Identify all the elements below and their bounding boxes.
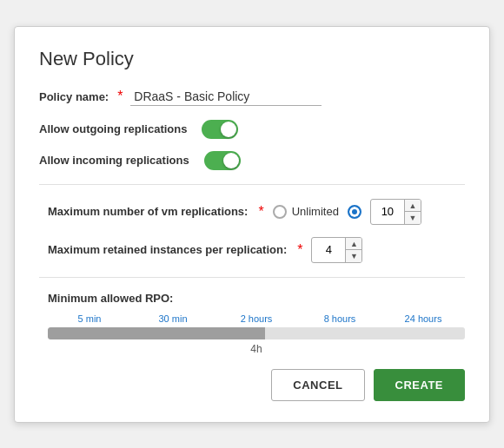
incoming-replications-row: Allow incoming replications [39, 151, 465, 170]
outgoing-replications-label: Allow outgoing replications [39, 122, 187, 135]
unlimited-label: Unlimited [292, 205, 339, 218]
cancel-button[interactable]: CANCEL [271, 369, 364, 401]
max-vm-required: * [258, 204, 263, 220]
toggle-thumb [221, 122, 236, 137]
rpo-tick-5min: 5 min [48, 313, 131, 324]
count-radio-button[interactable] [348, 205, 361, 219]
retained-spinners: ▲ ▼ [345, 238, 361, 262]
rpo-fill [48, 327, 265, 339]
outgoing-replications-row: Allow outgoing replications [39, 120, 465, 139]
rpo-label: Minimum allowed RPO: [48, 292, 465, 305]
count-radio-group [348, 205, 361, 219]
vm-count-up-button[interactable]: ▲ [405, 200, 421, 212]
create-button[interactable]: CREATE [374, 369, 465, 401]
retained-count-input[interactable] [312, 241, 345, 258]
vm-count-spinners: ▲ ▼ [404, 200, 421, 224]
policy-name-row: Policy name: * [39, 88, 465, 106]
rpo-ticks: 5 min 30 min 2 hours 8 hours 24 hours [48, 313, 465, 324]
rpo-current-value: 4h [48, 343, 465, 355]
retained-down-button[interactable]: ▼ [346, 250, 361, 262]
rpo-tick-30min: 30 min [131, 313, 215, 324]
max-retained-row: Maximum retained instances per replicati… [39, 237, 465, 263]
max-vm-label: Maximum number of vm replications: [48, 205, 248, 218]
incoming-replications-toggle[interactable] [204, 151, 241, 170]
max-retained-label: Maximum retained instances per replicati… [48, 243, 287, 256]
rpo-tick-2h: 2 hours [215, 313, 298, 324]
rpo-tick-8h: 8 hours [298, 313, 381, 324]
max-retained-required: * [297, 242, 302, 258]
vm-count-input[interactable] [371, 203, 404, 220]
policy-name-required: * [117, 89, 123, 104]
retained-input-wrap: ▲ ▼ [311, 237, 362, 263]
unlimited-radio-group: Unlimited [273, 205, 339, 219]
divider-1 [39, 184, 465, 185]
policy-name-label: Policy name: [39, 90, 109, 103]
incoming-replications-label: Allow incoming replications [39, 154, 189, 167]
max-vm-row: Maximum number of vm replications: * Unl… [39, 199, 465, 225]
vm-count-down-button[interactable]: ▼ [405, 212, 421, 224]
dialog-title: New Policy [39, 48, 465, 70]
toggle-thumb-2 [223, 153, 239, 168]
unlimited-radio-button[interactable] [273, 205, 287, 219]
rpo-tick-24h: 24 hours [381, 313, 465, 324]
vm-count-input-wrap: ▲ ▼ [370, 199, 421, 225]
outgoing-replications-toggle[interactable] [202, 120, 238, 139]
divider-2 [39, 277, 465, 278]
rpo-track[interactable] [48, 327, 465, 339]
retained-up-button[interactable]: ▲ [346, 238, 361, 250]
policy-name-input[interactable] [130, 88, 322, 106]
dialog-footer: CANCEL CREATE [39, 369, 465, 401]
rpo-section: Minimum allowed RPO: 5 min 30 min 2 hour… [39, 292, 465, 355]
new-policy-dialog: New Policy Policy name: * Allow outgoing… [14, 26, 490, 423]
